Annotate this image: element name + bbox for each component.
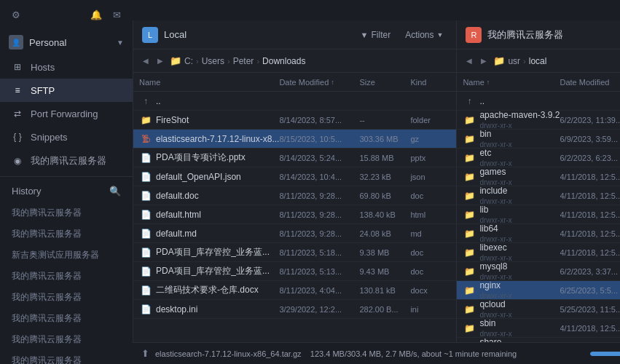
local-table-header: Name Date Modified ↑ Size Kind: [133, 73, 456, 92]
file-name: PDA项目_库存管控_业务蓝...: [156, 265, 279, 277]
sidebar-item-sftp[interactable]: ≡SFTP: [0, 79, 133, 102]
folder-icon: 📁: [464, 229, 475, 239]
table-row[interactable]: 📁 bindrwxr-xr-x 6/9/2023, 3:59... -- fol…: [457, 130, 620, 149]
history-item[interactable]: 新吉奥测试应用服务器: [0, 245, 133, 266]
table-row[interactable]: 📁 etcdrwxr-xr-x 6/2/2023, 6:23... -- fol…: [457, 149, 620, 167]
sidebar-item-snippets[interactable]: { }Snippets: [0, 125, 133, 149]
sidebar-item-hosts[interactable]: ⊞Hosts: [0, 55, 133, 79]
bc-local[interactable]: local: [529, 56, 547, 66]
history-item[interactable]: 我的腾讯云服务器: [0, 329, 133, 350]
sidebar-item-port-forwarding[interactable]: ⇄Port Forwarding: [0, 102, 133, 125]
file-name: etcdrwxr-xr-x: [479, 148, 560, 168]
forward-button[interactable]: ▶: [477, 55, 490, 68]
table-row[interactable]: 📁 sbindrwxr-xr-x 4/11/2018, 12:5... -- f…: [457, 319, 620, 338]
bc-usr[interactable]: usr: [508, 56, 520, 66]
history-label: History: [12, 186, 41, 197]
history-item[interactable]: 我的腾讯云服务器: [0, 350, 133, 364]
table-row[interactable]: 📄 PDA项目_库存管控_业务蓝... 8/11/2023, 5:13... 9…: [133, 262, 456, 281]
window-controls: — ⊡ ✕: [133, 0, 620, 20]
forward-button[interactable]: ▶: [154, 55, 167, 68]
file-type-icon: 📄: [139, 190, 152, 202]
file-size: 15.88 MB: [359, 154, 410, 162]
history-item[interactable]: 我的腾讯云服务器: [0, 266, 133, 287]
history-item[interactable]: 我的腾讯云服务器: [0, 223, 133, 245]
file-kind: doc: [410, 267, 450, 276]
table-row[interactable]: 📁 nginxdrwxr-xr-x 6/25/2023, 5:5... -- f…: [457, 281, 620, 300]
history-item[interactable]: 我的腾讯云服务器: [0, 202, 133, 223]
table-row[interactable]: 📁 mysql8drwxr-xr-x 6/2/2023, 3:37... -- …: [457, 262, 620, 281]
table-row[interactable]: 📄 desktop.ini 3/29/2022, 12:2... 282.00 …: [133, 300, 456, 319]
file-kind: doc: [410, 191, 450, 200]
bc-c[interactable]: C:: [184, 56, 193, 66]
bc-users[interactable]: Users: [202, 56, 224, 66]
table-row[interactable]: 🗜 elasticsearch-7.17.12-linux-x8... 8/15…: [133, 130, 456, 149]
table-row[interactable]: 📁 qclouddrwxr-xr-x 5/25/2023, 11:5... --…: [457, 300, 620, 319]
personal-icon: 👤: [9, 35, 23, 50]
file-name: sbindrwxr-xr-x: [479, 318, 560, 339]
table-row[interactable]: ↑ .. --: [457, 92, 620, 111]
table-row[interactable]: 📄 PDA项目专项讨论.pptx 8/14/2023, 5:24... 15.8…: [133, 149, 456, 167]
folder-icon: 📁: [464, 191, 475, 201]
table-row[interactable]: 📄 default.md 8/11/2023, 9:28... 24.08 kB…: [133, 224, 456, 243]
name-col-header[interactable]: Name: [139, 78, 279, 87]
table-row[interactable]: ↑ ..: [133, 92, 456, 111]
bc-peter[interactable]: Peter: [233, 56, 254, 66]
up-icon: ↑: [467, 96, 471, 106]
table-row[interactable]: 📁 libexecdrwxr-xr-x 4/11/2018, 12:5... -…: [457, 243, 620, 262]
file-icon: 📄: [141, 248, 152, 258]
status-bar: ⬆ elasticsearch-7.17.12-linux-x86_64.tar…: [133, 342, 620, 364]
file-type-icon: 📄: [139, 304, 152, 315]
history-search-icon[interactable]: 🔍: [109, 186, 121, 197]
nav-label: SFTP: [31, 85, 55, 96]
file-name: PDA项目_库存管控_业务蓝...: [156, 246, 279, 258]
file-date: 3/29/2022, 12:2...: [279, 305, 359, 314]
table-row[interactable]: 📄 default.html 8/11/2023, 9:28... 138.40…: [133, 205, 456, 224]
table-row[interactable]: 📁 includedrwxr-xr-x 4/11/2018, 12:5... -…: [457, 186, 620, 205]
file-name: nginxdrwxr-xr-x: [479, 280, 560, 301]
file-size: 9.38 MB: [359, 248, 410, 257]
back-button[interactable]: ◀: [463, 55, 476, 68]
table-row[interactable]: 📁 lib64drwxr-xr-x 4/11/2018, 12:5... -- …: [457, 224, 620, 243]
file-icon: 📄: [141, 172, 152, 182]
bc-downloads[interactable]: Downloads: [262, 56, 305, 66]
history-item[interactable]: 我的腾讯云服务器: [0, 308, 133, 329]
date-col-header[interactable]: Date Modified: [560, 78, 621, 87]
history-list: 我的腾讯云服务器我的腾讯云服务器新吉奥测试应用服务器我的腾讯云服务器我的腾讯云服…: [0, 202, 133, 364]
file-type-icon: 📄: [139, 247, 152, 258]
file-size: 282.00 B...: [359, 305, 410, 314]
table-row[interactable]: 📄 PDA项目_库存管控_业务蓝... 8/11/2023, 5:18... 9…: [133, 243, 456, 262]
file-size: 9.43 MB: [359, 267, 410, 276]
file-size: 24.08 kB: [359, 229, 410, 238]
history-item[interactable]: 我的腾讯云服务器: [0, 287, 133, 308]
notification-icon[interactable]: 🔔: [89, 7, 103, 22]
back-button[interactable]: ◀: [139, 55, 152, 68]
mail-icon[interactable]: ✉: [109, 7, 124, 22]
size-col-header[interactable]: Size: [359, 78, 410, 87]
file-name: default.html: [156, 210, 279, 220]
file-icon: 📄: [141, 304, 152, 314]
table-row[interactable]: 📄 二维码技术要求-仓库.docx 8/11/2023, 4:04... 130…: [133, 281, 456, 300]
table-row[interactable]: 📁 apache-maven-3.9.2drwxr-xr-x 6/2/2023,…: [457, 111, 620, 130]
name-col-header[interactable]: Name ↑: [463, 78, 560, 87]
date-col-header[interactable]: Date Modified ↑: [279, 78, 359, 87]
file-date: 4/11/2018, 12:5...: [560, 191, 621, 200]
file-type-icon: 📁: [463, 171, 476, 183]
kind-col-header[interactable]: Kind: [410, 78, 450, 87]
table-row[interactable]: 📄 default_OpenAPI.json 8/14/2023, 10:4..…: [133, 167, 456, 186]
file-name: default.doc: [156, 191, 279, 201]
local-filter-button[interactable]: ▼ Filter: [356, 28, 396, 41]
sidebar-item-server[interactable]: ◉我的腾讯云服务器: [0, 149, 133, 173]
table-row[interactable]: 📄 default.doc 8/11/2023, 9:28... 69.80 k…: [133, 186, 456, 205]
table-row[interactable]: 📁 FireShot 8/14/2023, 8:57... -- folder: [133, 111, 456, 130]
file-kind: gz: [410, 135, 450, 143]
settings-icon[interactable]: ⚙: [9, 7, 23, 22]
table-row[interactable]: 📁 gamesdrwxr-xr-x 4/11/2018, 12:5... -- …: [457, 167, 620, 186]
local-actions-button[interactable]: Actions ▼: [401, 28, 447, 41]
file-kind: pptx: [410, 154, 450, 162]
progress-fill: [590, 352, 620, 356]
personal-section[interactable]: 👤 Personal ▼: [0, 29, 133, 55]
sidebar-divider: [0, 176, 133, 177]
file-name: mysql8drwxr-xr-x: [479, 261, 560, 282]
file-date: 6/9/2023, 3:59...: [560, 135, 621, 143]
table-row[interactable]: 📁 libdrwxr-xr-x 4/11/2018, 12:5... -- fo…: [457, 205, 620, 224]
